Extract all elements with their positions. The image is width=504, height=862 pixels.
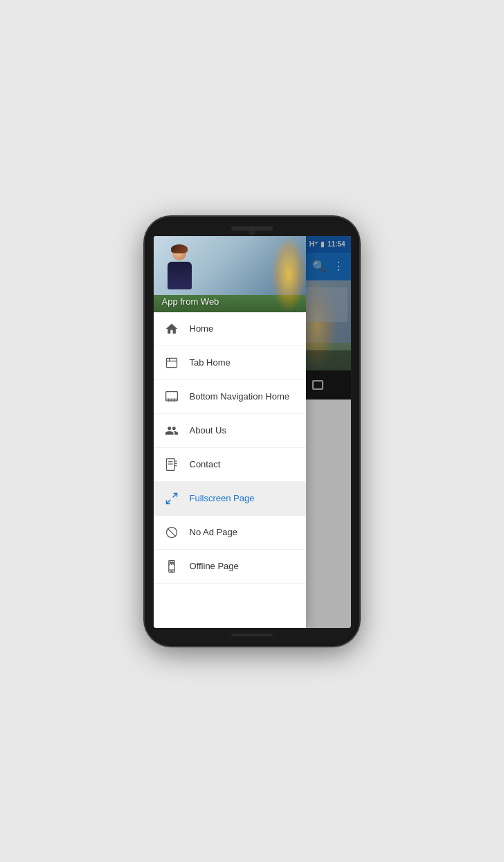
- drawer-header-person: [161, 246, 199, 295]
- menu-item-tab-home-label: Tab Home: [190, 357, 231, 368]
- menu-item-tab-home[interactable]: Tab Home: [154, 346, 306, 380]
- menu-item-fullscreen[interactable]: Fullscreen Page: [154, 482, 306, 516]
- phone-screen: ◫ 🔔 ▲ ⏱ H⁺ ▮ 11:54 ☰ 🔍 ⋮: [154, 236, 351, 628]
- drawer-menu: Home Tab Home: [154, 312, 306, 628]
- menu-item-contact-label: Contact: [190, 459, 221, 469]
- svg-line-14: [172, 493, 177, 497]
- dh-head: [172, 246, 186, 260]
- menu-item-home-label: Home: [190, 323, 214, 334]
- svg-line-17: [168, 528, 176, 537]
- drawer-scrim[interactable]: [306, 236, 351, 628]
- offline-icon: [163, 558, 180, 575]
- home-icon: [163, 321, 180, 337]
- dh-hair: [171, 244, 188, 253]
- navigation-drawer: App from Web Home: [154, 236, 351, 628]
- noad-icon: [163, 524, 180, 541]
- menu-item-contact[interactable]: Contact: [154, 448, 306, 482]
- dh-body: [168, 262, 192, 289]
- menu-item-bottom-nav-label: Bottom Navigation Home: [190, 391, 290, 402]
- menu-item-offline[interactable]: Offline Page: [154, 550, 306, 584]
- menu-item-about-us[interactable]: About Us: [154, 414, 306, 448]
- svg-line-15: [166, 499, 170, 503]
- phone-bottom-area: [231, 634, 273, 636]
- drawer-panel: App from Web Home: [154, 236, 306, 628]
- bottom-nav-icon: [163, 388, 180, 405]
- menu-item-home[interactable]: Home: [154, 312, 306, 346]
- menu-item-no-ad[interactable]: No Ad Page: [154, 516, 306, 550]
- menu-item-no-ad-label: No Ad Page: [190, 527, 237, 537]
- tab-icon: [163, 354, 180, 371]
- svg-rect-8: [166, 458, 174, 470]
- drawer-header: App from Web: [154, 236, 306, 312]
- contact-icon: [163, 456, 180, 473]
- phone-camera: [249, 229, 255, 235]
- menu-item-about-us-label: About Us: [190, 425, 226, 436]
- svg-rect-0: [166, 358, 177, 367]
- menu-item-fullscreen-label: Fullscreen Page: [190, 493, 255, 503]
- menu-item-offline-label: Offline Page: [190, 561, 239, 571]
- fullscreen-icon: [163, 490, 180, 507]
- menu-item-bottom-nav-home[interactable]: Bottom Navigation Home: [154, 380, 306, 414]
- people-icon: [163, 422, 180, 439]
- phone-device: ◫ 🔔 ▲ ⏱ H⁺ ▮ 11:54 ☰ 🔍 ⋮: [145, 217, 359, 646]
- dh-light-effect: [271, 236, 306, 312]
- svg-rect-21: [170, 562, 173, 564]
- drawer-header-title: App from Web: [162, 296, 219, 307]
